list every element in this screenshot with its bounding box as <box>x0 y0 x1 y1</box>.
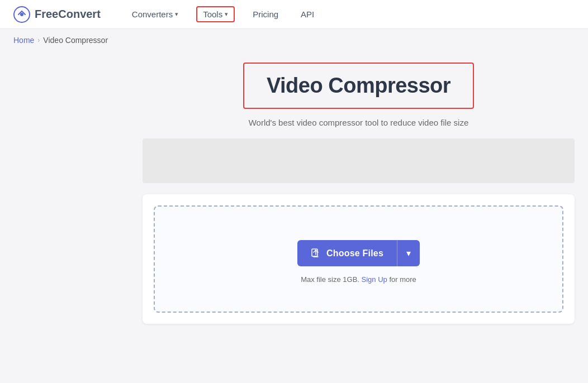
header: FreeConvert Converters ▾ Tools ▾ Pricing… <box>0 0 588 29</box>
drop-zone[interactable]: Choose Files ▾ Max file size 1GB. Sign U… <box>154 205 563 313</box>
page-title: Video Compressor <box>267 74 451 98</box>
choose-files-label: Choose Files <box>326 248 383 258</box>
max-file-size-text: Max file size 1GB. Sign Up for more <box>301 275 416 284</box>
svg-point-1 <box>20 13 23 16</box>
title-section: Video Compressor World's best video comp… <box>143 63 575 127</box>
sidebar <box>0 51 131 383</box>
main-layout: Video Compressor World's best video comp… <box>0 51 588 383</box>
choose-files-button[interactable]: Choose Files <box>297 240 397 266</box>
nav-item-tools[interactable]: Tools ▾ <box>196 6 235 22</box>
chevron-down-icon: ▾ <box>175 11 178 18</box>
choose-files-dropdown-button[interactable]: ▾ <box>397 240 420 266</box>
breadcrumb-separator: › <box>37 36 40 44</box>
nav-item-pricing[interactable]: Pricing <box>248 7 283 21</box>
main-content: Video Compressor World's best video comp… <box>131 51 588 383</box>
file-upload-icon <box>311 248 321 258</box>
chevron-down-icon: ▾ <box>225 11 228 18</box>
logo[interactable]: FreeConvert <box>13 6 101 23</box>
upload-card: Choose Files ▾ Max file size 1GB. Sign U… <box>143 194 575 324</box>
signup-link[interactable]: Sign Up <box>362 275 387 284</box>
freeconvert-logo-icon <box>13 6 30 23</box>
title-box: Video Compressor <box>243 63 474 109</box>
page-subtitle: World's best video compressor tool to re… <box>249 118 469 127</box>
dropdown-chevron-icon: ▾ <box>406 248 411 258</box>
ad-banner <box>143 138 575 183</box>
breadcrumb-home-link[interactable]: Home <box>13 36 34 45</box>
logo-text: FreeConvert <box>35 8 101 21</box>
breadcrumb: Home › Video Compressor <box>0 29 588 51</box>
nav-item-api[interactable]: API <box>296 7 319 21</box>
choose-files-group: Choose Files ▾ <box>297 240 420 266</box>
svg-rect-2 <box>312 249 317 256</box>
nav-item-converters[interactable]: Converters ▾ <box>127 7 183 21</box>
main-nav: Converters ▾ Tools ▾ Pricing API <box>127 6 319 22</box>
breadcrumb-current: Video Compressor <box>43 36 108 45</box>
